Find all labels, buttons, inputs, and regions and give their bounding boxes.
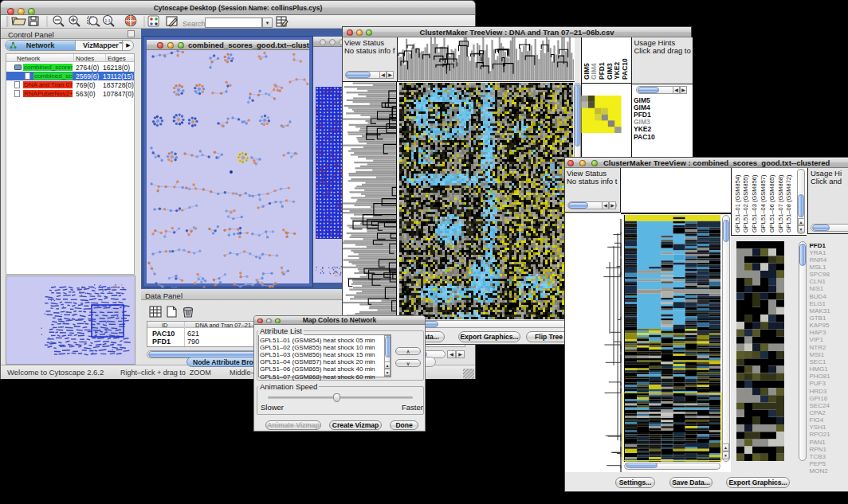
svg-text:PFD1: PFD1 bbox=[598, 62, 606, 80]
svg-text:GIM3: GIM3 bbox=[606, 63, 614, 80]
svg-text:GIM5: GIM5 bbox=[583, 63, 591, 80]
svg-text:GIM4: GIM4 bbox=[590, 63, 598, 80]
svg-text:PAC10: PAC10 bbox=[621, 58, 629, 80]
svg-text:GPL51–03 (GSM856): GPL51–03 (GSM856) bbox=[751, 174, 758, 232]
svg-text:YKE2: YKE2 bbox=[613, 62, 621, 80]
svg-text:GPL51–04 (GSM857): GPL51–04 (GSM857) bbox=[760, 174, 767, 232]
svg-text:GPL51–01 (GSM854): GPL51–01 (GSM854) bbox=[734, 174, 741, 232]
svg-text:GPL51–06 (GSM865): GPL51–06 (GSM865) bbox=[768, 174, 775, 232]
svg-text:1:1: 1:1 bbox=[105, 18, 111, 23]
svg-text:GPL51–07 (GSM868): GPL51–07 (GSM868) bbox=[777, 174, 784, 232]
svg-text:GPL51–08 (GSM872): GPL51–08 (GSM872) bbox=[785, 174, 792, 232]
svg-text:GPL51–02 (GSM855): GPL51–02 (GSM855) bbox=[742, 174, 749, 232]
